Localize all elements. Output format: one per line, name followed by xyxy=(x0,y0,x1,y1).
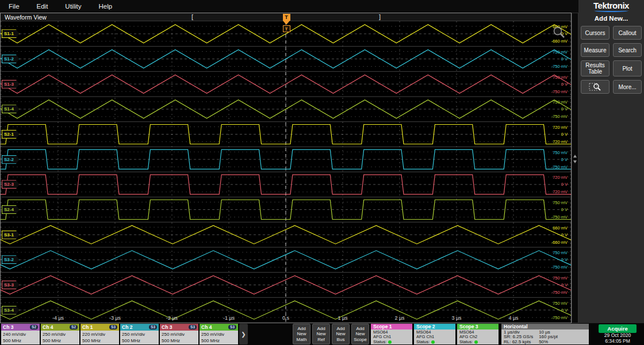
results-panel: Tektronix Add New... CursorsCalloutMeasu… xyxy=(578,0,644,323)
svg-text:720 mV: 720 mV xyxy=(553,175,568,180)
svg-text:0 V: 0 V xyxy=(561,182,568,187)
menu-help[interactable]: Help xyxy=(90,3,121,10)
bandwidth-label: 500 MHz xyxy=(43,338,78,344)
trigger-icon-secondary[interactable]: T xyxy=(283,25,290,32)
channel-box-header: Ch 2 S3 xyxy=(120,324,159,331)
channel-badge-s2-4[interactable]: S2-4 xyxy=(2,205,20,214)
status-dot-icon xyxy=(474,340,478,344)
scope-name: Scope 2 xyxy=(414,324,455,329)
svg-text:0 V: 0 V xyxy=(561,56,568,62)
svg-text:-750 mV: -750 mV xyxy=(551,290,568,295)
channel-box-s3-ch2[interactable]: Ch 2 S3 250 mV/div 500 MHz xyxy=(120,324,159,344)
zoom-bracket-left[interactable]: [ xyxy=(191,13,193,21)
waveform-scrollbar[interactable] xyxy=(572,13,578,323)
scope-name: Scope 1 xyxy=(371,324,412,329)
channel-badge-s1-1[interactable]: S1-1 xyxy=(2,29,20,38)
channel-badge-s3-2[interactable]: S3-2 xyxy=(2,255,20,264)
scope-box-1[interactable]: Scope 1 MSO64 AFG Ch1 Status: xyxy=(371,324,412,344)
add-new-ref-button[interactable]: Add New Ref xyxy=(312,324,330,344)
expand-channels-arrow[interactable]: ❯ xyxy=(239,324,248,344)
more-button[interactable]: More... xyxy=(613,80,642,94)
svg-text:-750 mV: -750 mV xyxy=(551,315,568,320)
scroll-up-icon[interactable] xyxy=(573,155,577,158)
svg-text:-1 µs: -1 µs xyxy=(223,315,235,321)
channel-box-header: Ch 4 S2 xyxy=(41,324,79,331)
status-label: Status: xyxy=(373,340,386,344)
channel-box-header: Ch 4 S3 xyxy=(200,324,238,331)
channel-box-s2-ch3[interactable]: Ch 3 S2 240 mV/div 500 MHz xyxy=(1,324,40,344)
panel-cursors-button[interactable]: Cursors xyxy=(581,26,610,40)
scroll-down-icon[interactable] xyxy=(573,160,577,163)
menu-utility[interactable]: Utility xyxy=(56,3,90,10)
svg-text:750 mV: 750 mV xyxy=(553,301,568,306)
svg-text:0 s: 0 s xyxy=(282,315,290,321)
zoom-mode-button[interactable] xyxy=(581,80,610,94)
svg-text:660 mV: 660 mV xyxy=(553,225,568,231)
horizontal-body: 1 µs/divSR: 6.25 GS/sRL: 62.5 kpts 10 µs… xyxy=(501,329,589,345)
menu-file[interactable]: File xyxy=(0,3,28,10)
channel-badge-s2-3[interactable]: S2-3 xyxy=(2,180,20,189)
svg-text:750 mV: 750 mV xyxy=(553,250,568,255)
channel-box-s3-ch3[interactable]: Ch 3 S3 250 mV/div 500 MHz xyxy=(160,324,198,344)
channel-box-body: 250 mV/div 500 MHz xyxy=(120,331,159,344)
horizontal-value: 50% xyxy=(539,340,558,344)
trigger-marker[interactable]: T T xyxy=(282,14,290,32)
zoom-bracket-right[interactable]: ] xyxy=(379,13,381,21)
waveform-plot[interactable]: 660 mV0 V-660 mV750 mV0 V-750 mV750 mV0 … xyxy=(1,21,571,323)
svg-text:-2 µs: -2 µs xyxy=(166,315,178,321)
bandwidth-label: 500 MHz xyxy=(201,338,236,344)
channel-badge-s2-1[interactable]: S2-1 xyxy=(2,130,20,139)
channel-name: Ch 3 xyxy=(162,324,172,330)
channel-box-body: 240 mV/div 500 MHz xyxy=(1,331,40,344)
panel-callout-button[interactable]: Callout xyxy=(613,26,642,40)
horizontal-title: Horizontal xyxy=(501,324,589,329)
bottom-settings-bar: Ch 3 S2 240 mV/div 500 MHz Ch 4 S2 250 m… xyxy=(0,323,644,345)
channel-box-s2-ch4[interactable]: Ch 4 S2 250 mV/div 500 MHz xyxy=(41,324,79,344)
zoom-glass-icon[interactable] xyxy=(553,26,565,39)
channel-name: Ch 1 xyxy=(82,324,93,330)
vdiv-label: 240 mV/div xyxy=(3,331,38,338)
channel-box-s3-ch4[interactable]: Ch 4 S3 250 mV/div 500 MHz xyxy=(200,324,238,344)
channel-badge-s3-1[interactable]: S3-1 xyxy=(2,231,20,239)
channel-badge-s3-3[interactable]: S3-3 xyxy=(2,281,20,289)
vdiv-label: 250 mV/div xyxy=(122,331,157,338)
scope-box-3[interactable]: Scope 3 MSO64 AFG Ch2 Status: xyxy=(457,324,499,344)
svg-text:2 µs: 2 µs xyxy=(394,315,405,321)
horizontal-panel[interactable]: Horizontal 1 µs/divSR: 6.25 GS/sRL: 62.5… xyxy=(501,324,589,344)
channel-badge-s1-2[interactable]: S1-2 xyxy=(2,55,20,63)
channel-badge-s1-4[interactable]: S1-4 xyxy=(2,105,20,113)
scope-box-2[interactable]: Scope 2 MSO64 AFG Ch1 Status: xyxy=(414,324,455,344)
trigger-arrow-icon xyxy=(283,21,290,25)
acquire-button[interactable]: Acquire xyxy=(599,324,637,333)
scope-box-body: MSO64 AFG Ch1 Status: xyxy=(414,329,455,345)
menu-edit[interactable]: Edit xyxy=(28,3,57,10)
channel-badge-s3-4[interactable]: S3-4 xyxy=(2,306,20,315)
panel-measure-button[interactable]: Measure xyxy=(581,43,610,57)
add-new-math-button[interactable]: Add New Math xyxy=(293,324,310,344)
panel-search-button[interactable]: Search xyxy=(613,43,642,57)
svg-text:-750 mV: -750 mV xyxy=(551,264,568,270)
channel-badge-s2-2[interactable]: S2-2 xyxy=(2,155,20,164)
svg-text:0 V: 0 V xyxy=(561,232,568,237)
svg-text:1 µs: 1 µs xyxy=(338,315,348,321)
add-new-bus-button[interactable]: Add New Bus xyxy=(332,324,350,344)
add-new-heading: Add New... xyxy=(578,15,644,22)
svg-text:-660 mV: -660 mV xyxy=(551,39,568,44)
panel-results-table-button[interactable]: Results Table xyxy=(581,60,610,76)
scope-tag: S2 xyxy=(70,325,78,329)
vdiv-label: 250 mV/div xyxy=(43,331,78,338)
svg-text:-660 mV: -660 mV xyxy=(551,240,568,245)
channel-box-body: 220 mV/div 500 MHz xyxy=(80,331,119,344)
status-label: Status: xyxy=(416,340,430,344)
panel-plot-button[interactable]: Plot xyxy=(613,60,642,76)
svg-text:720 mV: 720 mV xyxy=(553,189,568,194)
add-new-scope-button[interactable]: Add New Scope xyxy=(351,324,369,344)
trigger-icon[interactable]: T xyxy=(283,14,290,21)
channel-box-s3-ch1[interactable]: Ch 1 S3 220 mV/div 500 MHz xyxy=(80,324,119,344)
add-new-button-grid: CursorsCalloutMeasureSearchResults Table… xyxy=(578,26,644,76)
svg-text:0 V: 0 V xyxy=(561,157,568,162)
channel-badge-s1-3[interactable]: S1-3 xyxy=(2,80,20,89)
svg-text:750 mV: 750 mV xyxy=(553,200,568,205)
bandwidth-label: 500 MHz xyxy=(3,338,38,344)
scope-name: Scope 3 xyxy=(457,324,499,329)
